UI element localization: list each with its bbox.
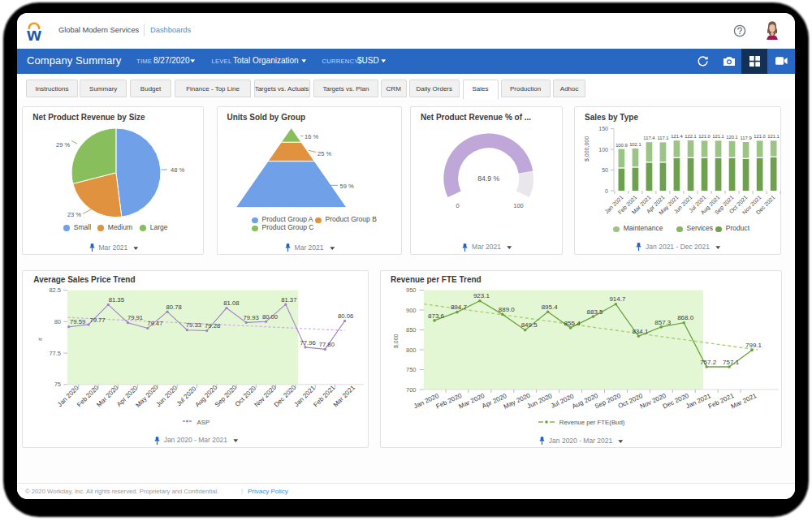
svg-text:75: 75 [54, 381, 61, 388]
svg-text:873.6: 873.6 [428, 312, 445, 320]
svg-text:700: 700 [406, 386, 417, 394]
svg-text:950: 950 [406, 286, 417, 294]
svg-text:w: w [27, 24, 41, 41]
svg-text:25 %: 25 % [317, 150, 331, 157]
svg-text:757.1: 757.1 [723, 359, 740, 366]
svg-text:0: 0 [456, 202, 459, 209]
svg-text:117.4: 117.4 [643, 136, 655, 140]
svg-text:Sep 2020: Sep 2020 [594, 392, 622, 411]
svg-text:82.5: 82.5 [50, 286, 62, 294]
svg-text:117.1: 117.1 [657, 136, 668, 140]
svg-text:79.91: 79.91 [127, 314, 143, 321]
svg-text:#: # [37, 338, 43, 341]
svg-text:855.4: 855.4 [564, 320, 581, 327]
svg-text:868.0: 868.0 [677, 314, 694, 321]
svg-text:914.7: 914.7 [609, 295, 626, 303]
svg-text:121.4: 121.4 [671, 134, 683, 139]
svg-text:48 %: 48 % [171, 166, 184, 174]
svg-text:Jun 2020: Jun 2020 [526, 392, 554, 410]
svg-text:857.3: 857.3 [654, 319, 672, 326]
svg-text:79.77: 79.77 [90, 316, 106, 324]
svg-text:849.5: 849.5 [521, 321, 538, 329]
svg-text:799.1: 799.1 [745, 342, 762, 349]
svg-text:77.96: 77.96 [300, 339, 316, 347]
svg-text:750: 750 [406, 366, 417, 373]
svg-text:850: 850 [406, 326, 417, 334]
svg-text:150: 150 [598, 126, 608, 131]
svg-text:889.0: 889.0 [499, 306, 516, 313]
svg-text:16 %: 16 % [304, 133, 318, 140]
svg-text:883.5: 883.5 [586, 308, 603, 316]
svg-text:80.00: 80.00 [262, 313, 278, 321]
svg-text:0: 0 [605, 188, 608, 194]
svg-text:80.78: 80.78 [166, 304, 182, 311]
svg-text:100.9: 100.9 [615, 143, 628, 148]
svg-text:800: 800 [406, 347, 417, 354]
svg-text:79.33: 79.33 [186, 321, 201, 329]
svg-text:50: 50 [602, 167, 608, 173]
svg-text:77.80: 77.80 [319, 341, 335, 348]
svg-text:81.35: 81.35 [109, 296, 124, 304]
svg-text:100: 100 [513, 202, 524, 209]
svg-text:121.0: 121.0 [754, 134, 766, 139]
svg-text:121.1: 121.1 [712, 134, 724, 139]
svg-text:79.47: 79.47 [147, 320, 162, 327]
svg-text:894.7: 894.7 [451, 304, 468, 311]
svg-text:80.06: 80.06 [338, 312, 353, 320]
svg-text:$,000,000: $,000,000 [584, 136, 590, 161]
svg-text:79.28: 79.28 [205, 322, 220, 329]
svg-text:122.1: 122.1 [685, 134, 697, 139]
svg-text:81.37: 81.37 [281, 296, 296, 304]
svg-text:$,000: $,000 [393, 334, 399, 348]
svg-text:834.1: 834.1 [632, 328, 649, 335]
svg-text:923.1: 923.1 [473, 292, 490, 299]
svg-text:80: 80 [54, 318, 61, 325]
svg-text:120.1: 120.1 [726, 135, 738, 140]
svg-text:59 %: 59 % [339, 183, 353, 190]
svg-text:79.93: 79.93 [244, 314, 259, 321]
svg-text:100: 100 [598, 147, 608, 153]
svg-text:84.9 %: 84.9 % [477, 174, 499, 183]
svg-text:23 %: 23 % [67, 211, 81, 218]
svg-text:Mar 2020: Mar 2020 [458, 392, 486, 411]
svg-text:79.59: 79.59 [70, 318, 85, 325]
svg-text:102.1: 102.1 [629, 142, 641, 147]
svg-text:77.5: 77.5 [50, 350, 62, 357]
svg-text:Mar 2021: Mar 2021 [730, 392, 758, 411]
svg-text:29 %: 29 % [56, 141, 70, 149]
svg-text:Mar 2021: Mar 2021 [332, 384, 357, 409]
svg-text:121.1: 121.1 [767, 134, 780, 139]
svg-text:757.2: 757.2 [700, 359, 717, 366]
svg-text:895.4: 895.4 [542, 304, 559, 311]
svg-text:121.0: 121.0 [698, 134, 710, 139]
svg-text:81.08: 81.08 [224, 299, 240, 307]
svg-text:900: 900 [406, 307, 417, 314]
svg-text:117.9: 117.9 [741, 136, 752, 140]
